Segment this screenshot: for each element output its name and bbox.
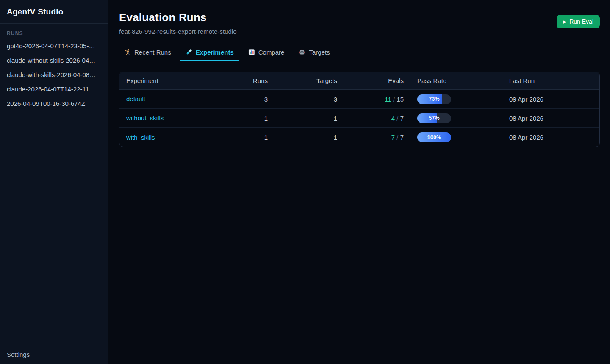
sidebar-run-item[interactable]: gpt4o-2026-04-07T14-23-05-… bbox=[0, 39, 108, 53]
table-row[interactable]: with_skills 1 1 7 / 7 100% 08 Apr 2026 bbox=[119, 128, 599, 147]
col-evals: Evals bbox=[337, 77, 404, 84]
table-row[interactable]: default 3 3 11 / 15 73% 09 Apr 2026 bbox=[119, 90, 599, 109]
evals-separator: / bbox=[396, 134, 398, 141]
run-item-label: claude-2026-04-07T14-22-11… bbox=[7, 85, 95, 93]
runs-section-label: RUNS bbox=[7, 30, 101, 36]
col-last-run: Last Run bbox=[502, 77, 599, 84]
app-title: AgentV Studio bbox=[7, 7, 101, 17]
tab-targets[interactable]: Targets bbox=[294, 44, 335, 61]
last-run-value: 08 Apr 2026 bbox=[502, 115, 599, 122]
page-heading-group: Evaluation Runs feat-826-992-results-exp… bbox=[119, 11, 237, 35]
experiment-link[interactable]: without_skills bbox=[126, 114, 164, 121]
run-item-label: 2026-04-09T00-16-30-674Z bbox=[7, 100, 85, 107]
tab-label: Recent Runs bbox=[134, 49, 171, 56]
col-pass-rate: Pass Rate bbox=[404, 77, 502, 84]
targets-value: 1 bbox=[268, 134, 337, 141]
tab-label: Experiments bbox=[196, 49, 234, 56]
col-targets: Targets bbox=[268, 77, 337, 84]
run-eval-button[interactable]: ▶ Run Eval bbox=[557, 15, 600, 28]
table-header: Experiment Runs Targets Evals Pass Rate … bbox=[119, 72, 599, 90]
pass-rate-pill: 73% bbox=[417, 94, 451, 104]
sidebar-run-item[interactable]: claude-with-skills-2026-04-08… bbox=[0, 68, 108, 82]
evals-passed: 7 bbox=[391, 134, 395, 141]
pass-rate-label: 73% bbox=[417, 94, 451, 104]
evals-value: 11 / 15 bbox=[337, 96, 404, 103]
last-run-value: 08 Apr 2026 bbox=[502, 134, 599, 141]
pass-rate-pill: 57% bbox=[417, 113, 451, 123]
run-item-label: gpt4o-2026-04-07T14-23-05-… bbox=[7, 42, 95, 50]
targets-value: 1 bbox=[268, 115, 337, 122]
tab-experiments[interactable]: Experiments bbox=[180, 44, 239, 61]
experiment-link[interactable]: default bbox=[126, 95, 145, 102]
sidebar-run-item[interactable]: 2026-04-09T00-16-30-674Z bbox=[0, 97, 108, 111]
bar-chart-icon bbox=[248, 49, 255, 55]
sidebar-run-item[interactable]: claude-2026-04-07T14-22-11… bbox=[0, 82, 108, 97]
col-experiment: Experiment bbox=[119, 77, 232, 84]
robot-icon bbox=[299, 49, 305, 55]
page-title: Evaluation Runs bbox=[119, 11, 237, 24]
runs-value: 1 bbox=[232, 115, 268, 122]
evals-value: 7 / 7 bbox=[337, 134, 404, 141]
pass-rate-label: 57% bbox=[417, 113, 451, 123]
sidebar-header: AgentV Studio bbox=[0, 0, 108, 24]
test-tube-icon bbox=[186, 49, 192, 55]
experiments-table: Experiment Runs Targets Evals Pass Rate … bbox=[119, 72, 600, 147]
runs-value: 1 bbox=[232, 134, 268, 141]
tab-label: Compare bbox=[258, 49, 285, 56]
sidebar-footer: Settings bbox=[0, 345, 108, 364]
page-subtitle: feat-826-992-results-export-remote-studi… bbox=[119, 28, 237, 35]
evals-total: 15 bbox=[396, 96, 404, 103]
tab-label: Targets bbox=[309, 49, 330, 56]
page-header: Evaluation Runs feat-826-992-results-exp… bbox=[119, 11, 600, 35]
run-list: gpt4o-2026-04-07T14-23-05-… claude-witho… bbox=[0, 39, 108, 111]
evals-separator: / bbox=[396, 115, 398, 122]
tab-compare[interactable]: Compare bbox=[243, 44, 290, 61]
last-run-value: 09 Apr 2026 bbox=[502, 96, 599, 103]
col-runs: Runs bbox=[232, 77, 268, 84]
evals-passed: 11 bbox=[385, 96, 391, 103]
pass-rate-pill: 100% bbox=[417, 132, 451, 142]
runs-value: 3 bbox=[232, 96, 268, 103]
run-eval-label: Run Eval bbox=[569, 18, 593, 25]
evals-value: 4 / 7 bbox=[337, 115, 404, 122]
evals-total: 7 bbox=[400, 134, 404, 141]
main-content: Evaluation Runs feat-826-992-results-exp… bbox=[108, 0, 610, 364]
play-icon: ▶ bbox=[563, 19, 566, 24]
sidebar-item-settings[interactable]: Settings bbox=[7, 351, 30, 358]
table-row[interactable]: without_skills 1 1 4 / 7 57% 08 Apr 2026 bbox=[119, 109, 599, 128]
evals-total: 7 bbox=[400, 115, 404, 122]
run-item-label: claude-without-skills-2026-04… bbox=[7, 57, 95, 64]
pass-rate-label: 100% bbox=[417, 132, 451, 142]
experiment-link[interactable]: with_skills bbox=[126, 134, 155, 141]
table-body: default 3 3 11 / 15 73% 09 Apr 2026 with… bbox=[119, 90, 599, 147]
tab-recent-runs[interactable]: Recent Runs bbox=[119, 44, 176, 61]
sidebar: AgentV Studio RUNS gpt4o-2026-04-07T14-2… bbox=[0, 0, 108, 364]
run-item-label: claude-with-skills-2026-04-08… bbox=[7, 71, 96, 78]
targets-value: 3 bbox=[268, 96, 337, 103]
runner-icon bbox=[124, 49, 131, 55]
evals-passed: 4 bbox=[391, 115, 395, 122]
tab-bar: Recent Runs bbox=[119, 44, 600, 61]
evals-separator: / bbox=[393, 96, 395, 103]
sidebar-run-item[interactable]: claude-without-skills-2026-04… bbox=[0, 53, 108, 68]
